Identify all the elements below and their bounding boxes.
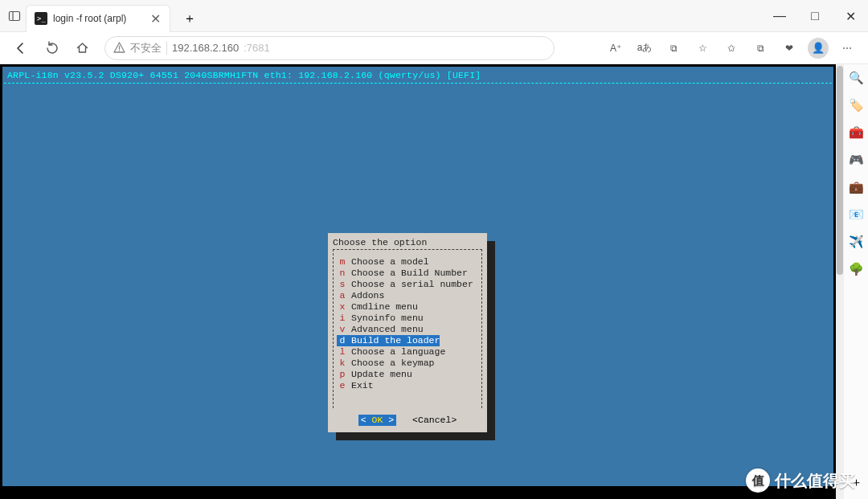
menu-icon[interactable]: ⋯ [834, 35, 860, 61]
minimize-button[interactable]: — [762, 0, 797, 32]
scrollbar-track[interactable] [836, 64, 844, 499]
translate-icon[interactable]: aあ [632, 35, 657, 61]
refresh-button[interactable] [39, 35, 64, 61]
menu-item[interactable]: nChoose a Build Number [337, 268, 478, 279]
menu-item-label: Advanced menu [348, 324, 424, 335]
menu-item-label: Build the loader [348, 335, 440, 346]
menu-item-key: d [337, 335, 348, 346]
sidebar-outlook-icon[interactable]: 📧 [847, 206, 865, 223]
menu-list: mChoose a modelnChoose a Build NumbersCh… [337, 256, 478, 391]
performance-icon[interactable]: ❤ [776, 35, 802, 61]
menu-item-key: v [337, 324, 348, 335]
menu-item[interactable]: lChoose a language [337, 346, 478, 358]
menu-item-key: x [337, 301, 348, 313]
back-button[interactable] [8, 35, 34, 61]
menu-item-key: n [337, 268, 348, 279]
sidebar-wallet-icon[interactable]: 💼 [847, 178, 865, 196]
menu-item[interactable]: vAdvanced menu [337, 324, 478, 335]
tab-title: login -f root (arpl) [53, 13, 143, 24]
collections-icon[interactable]: ⧉ [747, 35, 773, 61]
tab-close-icon[interactable]: ✕ [149, 12, 162, 25]
sidebar-shopping-icon[interactable]: 🏷️ [847, 96, 865, 114]
home-button[interactable] [69, 35, 95, 61]
titlebar: >_ login -f root (arpl) ✕ ＋ — □ ✕ [0, 0, 868, 32]
ok-button-label: OK [371, 415, 383, 425]
read-aloud-icon[interactable]: A⁺ [603, 35, 628, 61]
security-label: 不安全 [130, 41, 162, 55]
toolbar: 不安全 192.168.2.160:7681 A⁺ aあ ⧉ ☆ ✩ ⧉ ❤ 👤… [0, 32, 868, 64]
profile-avatar[interactable]: 👤 [805, 35, 831, 61]
menu-item-label: Cmdline menu [348, 301, 418, 313]
menu-item[interactable]: mChoose a model [337, 256, 478, 268]
menu-item-label: Addons [348, 290, 384, 301]
sidebar-telegram-icon[interactable]: ✈️ [847, 233, 865, 251]
dialog: Choose the option mChoose a modelnChoose… [328, 233, 487, 432]
close-window-button[interactable]: ✕ [833, 0, 868, 32]
avatar-icon: 👤 [808, 38, 829, 59]
menu-item-key: p [337, 369, 348, 380]
edge-sidebar: 🔍 🏷️ 🧰 🎮 💼 📧 ✈️ 🌳 ＋ [844, 64, 868, 499]
new-tab-button[interactable]: ＋ [178, 8, 201, 31]
svg-text:>_: >_ [37, 14, 46, 22]
tab-manager-icon[interactable] [6, 8, 23, 24]
menu-item-key: i [337, 313, 348, 324]
menu-item-label: Choose a keymap [348, 358, 435, 369]
sidebar-add-icon[interactable]: ＋ [847, 473, 865, 491]
address-divider [166, 42, 167, 55]
menu-item[interactable]: xCmdline menu [337, 301, 478, 313]
menu-item-key: s [337, 279, 348, 290]
page-content: ARPL-i18n v23.5.2 DS920+ 64551 2040SBRMH… [0, 64, 836, 499]
svg-point-5 [119, 50, 121, 51]
split-screen-icon[interactable]: ⧉ [661, 35, 686, 61]
menu-item-key: e [337, 380, 348, 391]
menu-item[interactable]: iSynoinfo menu [337, 313, 478, 324]
menu-item-label: Exit [348, 380, 374, 391]
ok-button[interactable]: < OK > [358, 415, 396, 426]
address-bar[interactable]: 不安全 192.168.2.160:7681 [104, 36, 555, 60]
menu-item[interactable]: eExit [337, 380, 478, 391]
toolbar-right: A⁺ aあ ⧉ ☆ ✩ ⧉ ❤ 👤 ⋯ [603, 35, 860, 61]
favorite-icon[interactable]: ☆ [690, 35, 715, 61]
menu-item-key: a [337, 290, 348, 301]
menu-item-key: k [337, 358, 348, 369]
insecure-icon [113, 42, 125, 54]
menu-item-key: m [337, 256, 348, 268]
browser-tab[interactable]: >_ login -f root (arpl) ✕ [26, 5, 170, 32]
svg-rect-0 [10, 11, 20, 20]
cancel-button[interactable]: <Cancel> [412, 415, 457, 426]
titlebar-left: >_ login -f root (arpl) ✕ ＋ [0, 0, 201, 31]
menu-item-label: Choose a Build Number [348, 268, 468, 279]
menu-item[interactable]: kChoose a keymap [337, 358, 478, 369]
window-controls: — □ ✕ [762, 0, 868, 31]
terminal-divider [4, 83, 832, 84]
maximize-button[interactable]: □ [797, 0, 833, 32]
menu-item-label: Update menu [348, 369, 412, 380]
favorites-list-icon[interactable]: ✩ [719, 35, 744, 61]
dialog-title: Choose the option [333, 237, 427, 248]
menu-item[interactable]: sChoose a serial number [337, 279, 478, 290]
terminal-header: ARPL-i18n v23.5.2 DS920+ 64551 2040SBRMH… [2, 67, 833, 83]
dialog-buttons: < OK > <Cancel> [328, 415, 487, 426]
sidebar-tree-icon[interactable]: 🌳 [847, 260, 865, 278]
sidebar-tools-icon[interactable]: 🧰 [847, 124, 865, 141]
menu-item-label: Choose a serial number [348, 279, 473, 290]
menu-item-label: Choose a model [348, 256, 429, 268]
menu-item[interactable]: dBuild the loader [337, 335, 478, 346]
url-port: :7681 [244, 42, 270, 54]
menu-item[interactable]: aAddons [337, 290, 478, 301]
scrollbar-thumb[interactable] [837, 66, 843, 275]
sidebar-games-icon[interactable]: 🎮 [847, 151, 865, 169]
menu-item-label: Choose a language [348, 346, 445, 358]
menu-item[interactable]: pUpdate menu [337, 369, 478, 380]
terminal[interactable]: ARPL-i18n v23.5.2 DS920+ 64551 2040SBRMH… [2, 67, 833, 486]
dialog-inner: mChoose a modelnChoose a Build NumbersCh… [333, 249, 482, 408]
sidebar-search-icon[interactable]: 🔍 [847, 69, 865, 87]
menu-item-label: Synoinfo menu [348, 313, 424, 324]
favicon-terminal-icon: >_ [35, 12, 47, 25]
menu-item-key: l [337, 346, 348, 358]
viewport-wrap: ARPL-i18n v23.5.2 DS920+ 64551 2040SBRMH… [0, 64, 868, 499]
url-host: 192.168.2.160 [172, 42, 239, 54]
